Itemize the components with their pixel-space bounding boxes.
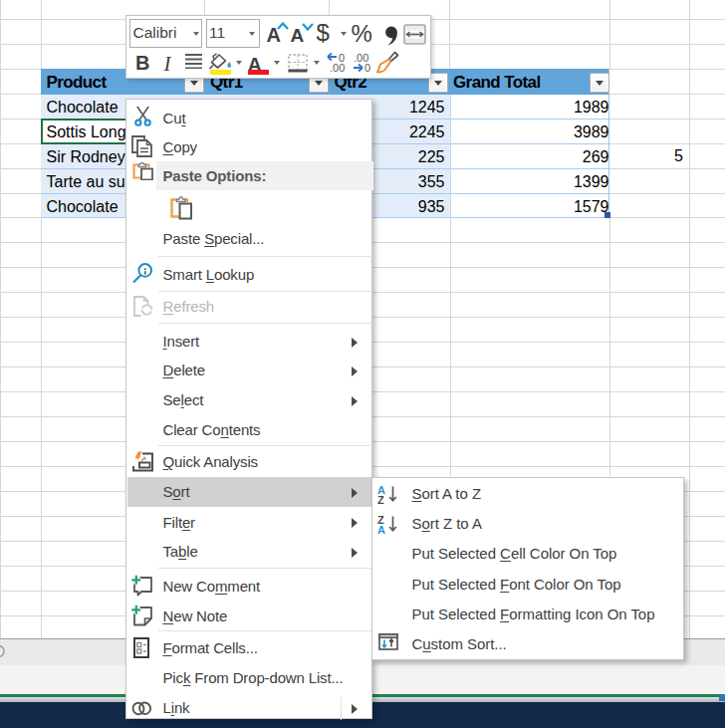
svg-text:A: A	[377, 523, 385, 533]
svg-text:0: 0	[364, 62, 370, 73]
svg-text:Z: Z	[377, 493, 384, 503]
svg-text:.00: .00	[330, 62, 345, 73]
